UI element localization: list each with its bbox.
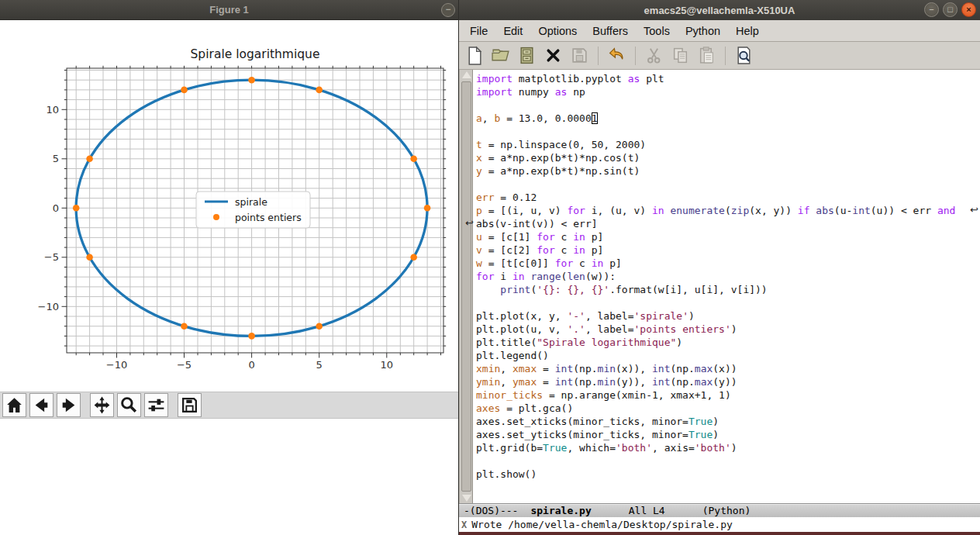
svg-text:spirale: spirale <box>235 196 267 208</box>
file-cabinet-icon[interactable] <box>516 45 537 66</box>
code-line[interactable]: p = [(i, u, v) for i, (u, v) in enumerat… <box>476 204 980 217</box>
modeline-coding: -(DOS)--- <box>464 505 518 516</box>
scrollbar-thumb[interactable] <box>461 81 471 492</box>
pan-button[interactable] <box>90 393 114 417</box>
code-line[interactable]: plt.plot(x, y, '-', label='spirale') <box>476 309 980 323</box>
forward-button[interactable] <box>57 393 81 417</box>
modeline-mode: (Python) <box>702 505 751 516</box>
vertical-scrollbar[interactable] <box>459 70 473 503</box>
window-controls: − □ × <box>924 2 976 17</box>
svg-text:−10: −10 <box>38 301 59 312</box>
code-line[interactable]: minor_ticks = np.arange(xmin-1, xmax+1, … <box>476 388 980 402</box>
code-line[interactable]: xmin, xmax = int(np.min(x)), int(np.max(… <box>476 362 980 375</box>
code-line[interactable]: import numpy as np <box>476 85 980 98</box>
code-line[interactable] <box>476 98 980 112</box>
code-line[interactable]: t = np.linspace(0, 50, 2000) <box>476 138 980 151</box>
code-line[interactable]: y = a*np.exp(b*t)*np.sin(t) <box>476 164 980 178</box>
line-continuation-icon: ↩ <box>970 204 978 216</box>
code-line[interactable]: w = [t[c[0]] for c in p] <box>476 257 980 270</box>
code-line[interactable]: u = [c[1] for c in p] <box>476 230 980 243</box>
emacs-menubar: FileEditOptionsBuffersToolsPythonHelp <box>459 20 980 42</box>
emacs-buffer-area[interactable]: import matplotlib.pyplot as pltimport nu… <box>459 70 980 503</box>
minimize-button[interactable]: − <box>924 2 939 17</box>
paste-disabled-icon <box>696 45 717 66</box>
spirale-plot: −10−50510−10−50510Spirale logarithmiques… <box>0 20 458 395</box>
new-file-icon[interactable] <box>464 45 485 66</box>
toolbar-separator <box>725 47 726 65</box>
echo-area-message: Wrote /home/vella-chemla/Desktop/spirale… <box>471 519 733 530</box>
svg-text:10: 10 <box>381 359 394 371</box>
code-line[interactable] <box>476 454 980 468</box>
plot-canvas[interactable]: −10−50510−10−50510Spirale logarithmiques… <box>0 20 458 392</box>
svg-text:−5: −5 <box>44 251 59 263</box>
svg-text:points entiers: points entiers <box>235 212 302 223</box>
modeline-position: All L4 <box>629 505 665 516</box>
toolbar-separator <box>598 47 599 65</box>
emacs-modeline[interactable]: -(DOS)--- spirale.py All L4 (Python) <box>459 503 980 517</box>
window-bottom-edge <box>459 532 980 535</box>
code-line[interactable]: print('{}: {}, {}'.format(w[i], u[i], v[… <box>476 283 980 296</box>
svg-text:−10: −10 <box>106 359 127 371</box>
configure-subplots-button[interactable] <box>144 393 168 417</box>
code-line[interactable]: a, b = 13.0, 0.00001 <box>476 112 980 125</box>
screen: Figure 1 − −10−50510−10−50510Spirale log… <box>0 0 980 535</box>
close-buffer-icon[interactable] <box>543 45 564 66</box>
menu-item-help[interactable]: Help <box>728 25 767 37</box>
back-button[interactable] <box>29 393 53 417</box>
menu-item-buffers[interactable]: Buffers <box>585 25 636 37</box>
menu-item-python[interactable]: Python <box>678 25 728 37</box>
code-line[interactable]: ymin, ymax = int(np.min(y)), int(np.max(… <box>476 375 980 388</box>
code-line[interactable]: plt.plot(u, v, '.', label='points entier… <box>476 323 980 336</box>
maximize-button[interactable]: □ <box>943 2 958 17</box>
svg-text:0: 0 <box>53 202 59 214</box>
scrollbar-down-arrow-icon[interactable] <box>462 495 471 502</box>
emacs-window: emacs25@vellachemla-X510UA − □ × FileEdi… <box>458 0 980 535</box>
code-line[interactable]: axes = plt.gca() <box>476 402 980 415</box>
python-source-code[interactable]: import matplotlib.pyplot as pltimport nu… <box>476 72 980 481</box>
code-line[interactable]: axes.set_yticks(minor_ticks, minor=True) <box>476 428 980 441</box>
code-line[interactable] <box>476 178 980 191</box>
home-button[interactable] <box>2 393 26 417</box>
svg-text:5: 5 <box>316 359 323 371</box>
code-line[interactable]: v = [c[2] for c in p] <box>476 243 980 257</box>
cut-disabled-icon <box>644 45 664 66</box>
code-line[interactable]: err = 0.12 <box>476 191 980 204</box>
figure-minimize-button[interactable]: − <box>441 3 455 17</box>
code-line[interactable]: plt.title("Spirale logarithmique") <box>476 336 980 349</box>
open-folder-icon[interactable] <box>490 45 511 66</box>
code-line[interactable]: x = a*np.exp(b*t)*np.cos(t) <box>476 151 980 164</box>
figure-toolbar <box>0 392 458 419</box>
save-button[interactable] <box>178 393 202 417</box>
menu-item-options[interactable]: Options <box>530 25 585 37</box>
menu-item-tools[interactable]: Tools <box>636 25 678 37</box>
svg-text:0: 0 <box>248 359 254 371</box>
scrollbar-up-arrow-icon[interactable] <box>462 71 471 78</box>
emacs-echo-area[interactable]: X Wrote /home/vella-chemla/Desktop/spira… <box>459 517 980 532</box>
search-icon[interactable] <box>733 45 754 66</box>
svg-text:Spirale logarithmique: Spirale logarithmique <box>191 47 320 61</box>
undo-icon[interactable] <box>606 45 627 66</box>
copy-disabled-icon <box>670 45 691 66</box>
figure-titlebar[interactable]: Figure 1 − <box>0 0 458 20</box>
code-line[interactable] <box>476 125 980 138</box>
code-line[interactable]: plt.show() <box>476 468 980 481</box>
figure-window: Figure 1 − −10−50510−10−50510Spirale log… <box>0 0 458 535</box>
svg-text:−5: −5 <box>177 359 192 371</box>
code-line[interactable] <box>476 296 980 309</box>
echo-area-marker: X <box>461 519 467 530</box>
code-line[interactable]: plt.legend() <box>476 349 980 362</box>
close-button[interactable]: × <box>961 2 976 17</box>
svg-text:5: 5 <box>53 153 59 164</box>
emacs-window-title: emacs25@vellachemla-X510UA <box>644 5 795 16</box>
zoom-button[interactable] <box>117 393 141 417</box>
code-line[interactable]: abs(v-int(v)) < err] <box>476 217 980 230</box>
toolbar-separator <box>635 47 636 65</box>
menu-item-file[interactable]: File <box>462 25 495 37</box>
menu-item-edit[interactable]: Edit <box>495 25 530 37</box>
code-line[interactable]: axes.set_xticks(minor_ticks, minor=True) <box>476 415 980 428</box>
emacs-titlebar[interactable]: emacs25@vellachemla-X510UA − □ × <box>459 0 980 20</box>
code-line[interactable]: for i in range(len(w)): <box>476 270 980 283</box>
figure-window-title: Figure 1 <box>209 4 249 16</box>
code-line[interactable]: import matplotlib.pyplot as plt <box>476 72 980 85</box>
code-line[interactable]: plt.grid(b=True, which='both', axis='bot… <box>476 441 980 454</box>
